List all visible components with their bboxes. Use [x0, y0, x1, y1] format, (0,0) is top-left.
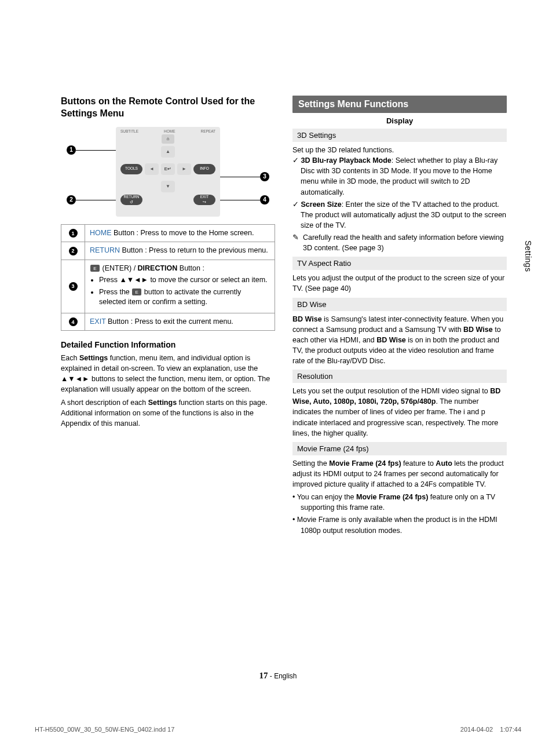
settings-functions-header: Settings Menu Functions: [292, 96, 507, 113]
footer-time: 1:07:44: [500, 726, 521, 733]
remote-home-label: HOME: [164, 129, 175, 133]
enter-button-icon: E↵: [161, 163, 175, 175]
enter-icon: E: [90, 265, 100, 272]
dpad-up-icon: ▲: [161, 146, 175, 158]
return-button: RETURN ↺: [120, 195, 142, 205]
callout-1: 1: [67, 145, 76, 155]
home-icon: ⌂: [162, 134, 174, 144]
direction-pad: ▲ ▼ ◄ ► E↵: [145, 146, 191, 192]
detailed-heading: Detailed Function Information: [61, 340, 275, 349]
callout-3: 3: [260, 172, 269, 181]
3d-item-playback: ✓ 3D Blu-ray Playback Mode: Select wheth…: [292, 155, 507, 198]
row3-li1: Press ▲▼◄► to move the cursor or select …: [99, 275, 270, 286]
button-description-table: 1 HOME Button : Press to move to the Hom…: [61, 224, 275, 331]
footer-filename: HT-H5500_00W_30_50_50W-ENG_0402.indd 17: [35, 726, 174, 733]
row4-desc: EXIT Button : Press to exit the current …: [85, 313, 275, 331]
row2-badge: 2: [69, 247, 78, 255]
callout-2: 2: [67, 195, 76, 204]
movieframe-bullet1: • You can enjoy the Movie Frame (24 fps)…: [292, 492, 507, 513]
subhead-resolution: Resolution: [292, 370, 507, 383]
subhead-tv-aspect: TV Aspect Ratio: [292, 257, 507, 270]
3d-item-screensize: ✓ Screen Size: Enter the size of the TV …: [292, 199, 507, 231]
movieframe-bullet2: • Movie Frame is only available when the…: [292, 514, 507, 535]
print-footer: HT-H5500_00W_30_50_50W-ENG_0402.indd 17 …: [35, 726, 521, 733]
info-button: INFO: [193, 164, 215, 174]
subhead-3d-settings: 3D Settings: [292, 129, 507, 142]
bdwise-text: BD Wise is Samsung's latest inter-connec…: [292, 314, 507, 367]
detailed-p1: Each Settings function, menu item, and i…: [61, 353, 275, 395]
3d-intro: Set up the 3D related functions.: [292, 145, 507, 155]
table-row: 1 HOME Button : Press to move to the Hom…: [61, 224, 275, 242]
page-number-footer: 17 - English: [0, 671, 556, 681]
tv-aspect-text: Lets you adjust the output of the produc…: [292, 273, 507, 294]
movieframe-text: Setting the Movie Frame (24 fps) feature…: [292, 458, 507, 490]
detailed-p2: A short description of each Settings fun…: [61, 397, 275, 429]
tools-button: TOOLS: [120, 164, 142, 174]
table-row: 4 EXIT Button : Press to exit the curren…: [61, 313, 275, 331]
row1-badge: 1: [69, 229, 78, 238]
remote-subtitle-label: SUBTITLE: [120, 129, 138, 133]
row3-badge: 3: [69, 282, 78, 291]
subhead-bdwise: BD Wise: [292, 298, 507, 311]
3d-note: ✎ Carefully read the health and safety i…: [292, 232, 507, 253]
subhead-movieframe: Movie Frame (24 fps): [292, 442, 507, 455]
dpad-right-icon: ►: [177, 163, 191, 175]
table-row: 3 E (ENTER) / DIRECTION Button : Press ▲…: [61, 260, 275, 313]
resolution-text: Lets you set the output resolution of th…: [292, 386, 507, 439]
row3-li2: Press the E button to activate the curre…: [99, 287, 270, 308]
dpad-down-icon: ▼: [161, 181, 175, 192]
row4-badge: 4: [69, 317, 78, 326]
row2-desc: RETURN Button : Press to return to the p…: [85, 242, 275, 260]
remote-diagram: 1 2 3 4 SUBTITLE HOME REPEAT ⌂: [61, 127, 275, 220]
enter-icon: E: [132, 288, 141, 295]
row1-desc: HOME Button : Press to move to the Home …: [85, 224, 275, 242]
table-row: 2 RETURN Button : Press to return to the…: [61, 242, 275, 260]
exit-button: EXIT ↪: [193, 195, 215, 205]
dpad-left-icon: ◄: [145, 163, 159, 175]
remote-section-title: Buttons on the Remote Control Used for t…: [61, 96, 275, 120]
remote-repeat-label: REPEAT: [200, 129, 215, 133]
callout-4: 4: [260, 195, 269, 204]
side-tab-settings: Settings: [524, 240, 533, 272]
display-category-label: Display: [292, 116, 507, 125]
footer-date: 2014-04-02: [460, 726, 493, 733]
row3-desc: E (ENTER) / DIRECTION Button : Press ▲▼◄…: [85, 260, 275, 313]
